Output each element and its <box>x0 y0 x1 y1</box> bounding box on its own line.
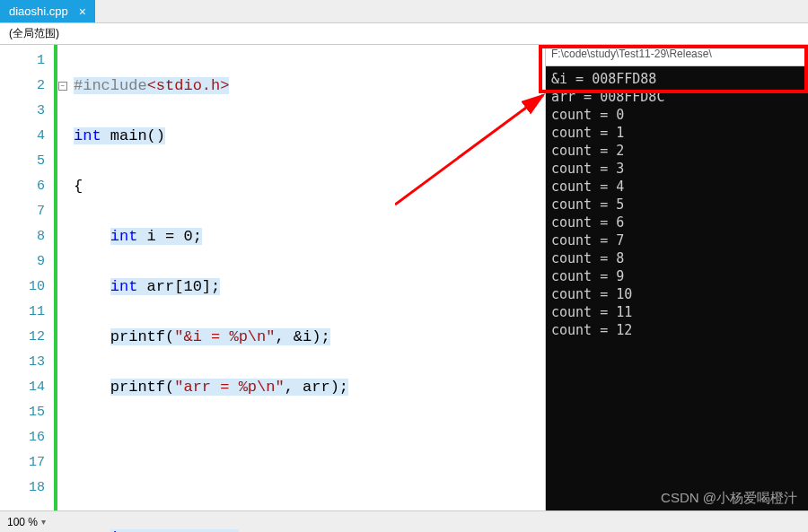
console-line: count = 9 <box>551 267 803 285</box>
console-line: count = 6 <box>551 214 803 231</box>
line-number: 10 <box>0 275 45 300</box>
code-line: int arr[10]; <box>74 275 545 300</box>
console-line: count = 11 <box>551 303 803 321</box>
code-line: int count = 0; <box>74 526 545 532</box>
code-line: { <box>74 174 545 199</box>
console-panel: F:\code\study\Test11-29\Release\ &i = 00… <box>546 45 808 510</box>
console-line: count = 4 <box>551 178 803 196</box>
close-icon[interactable]: × <box>79 4 86 19</box>
line-number: 1 <box>0 48 45 74</box>
line-number: 5 <box>0 149 45 174</box>
code-line: printf("arr = %p\n", arr); <box>74 375 545 400</box>
line-number: 16 <box>0 425 45 450</box>
line-number: 11 <box>0 300 45 325</box>
main-area: 1 2 3 4 5 6 7 8 9 10 11 12 13 14 15 16 1… <box>0 45 808 510</box>
tab-filename: diaoshi.cpp <box>9 4 68 18</box>
line-number: 18 <box>0 475 45 501</box>
code-line: #include<stdio.h> <box>74 74 545 99</box>
file-tab[interactable]: diaoshi.cpp × <box>0 0 95 22</box>
code-editor[interactable]: 1 2 3 4 5 6 7 8 9 10 11 12 13 14 15 16 1… <box>0 45 546 510</box>
line-number: 6 <box>0 174 45 199</box>
console-line: count = 8 <box>551 249 803 267</box>
line-number: 14 <box>0 375 45 400</box>
line-number: 8 <box>0 224 45 249</box>
console-output[interactable]: &i = 008FFD88 arr = 008FFD8C count = 0 c… <box>546 66 808 510</box>
console-line: count = 3 <box>551 160 803 178</box>
code-line <box>74 425 545 450</box>
console-line: count = 7 <box>551 231 803 249</box>
line-number: 13 <box>0 350 45 375</box>
console-line: count = 12 <box>551 321 803 339</box>
code-area[interactable]: #include<stdio.h> int main() { int i = 0… <box>70 45 545 510</box>
line-number: 12 <box>0 325 45 350</box>
console-line: count = 2 <box>551 142 803 160</box>
console-line: count = 5 <box>551 196 803 214</box>
line-number: 17 <box>0 450 45 475</box>
line-number: 9 <box>0 249 45 275</box>
scope-label: (全局范围) <box>9 27 59 39</box>
line-number-gutter: 1 2 3 4 5 6 7 8 9 10 11 12 13 14 15 16 1… <box>0 45 54 510</box>
console-line: count = 1 <box>551 124 803 142</box>
line-number: 2 <box>0 74 45 99</box>
scope-dropdown[interactable]: (全局范围) <box>0 23 808 45</box>
console-line: count = 0 <box>551 106 803 124</box>
console-line: &i = 008FFD88 <box>551 70 803 88</box>
fold-toggle-icon[interactable]: − <box>58 82 67 91</box>
code-line: printf("&i = %p\n", &i); <box>74 325 545 350</box>
line-number: 15 <box>0 400 45 425</box>
line-number: 4 <box>0 124 45 149</box>
tab-bar: diaoshi.cpp × <box>0 0 808 23</box>
code-line: int i = 0; <box>74 224 545 249</box>
watermark: CSDN @小杨爱喝橙汁 <box>661 490 797 507</box>
fold-column: − <box>57 45 70 510</box>
code-line <box>74 475 545 501</box>
line-number: 7 <box>0 199 45 224</box>
console-line: count = 10 <box>551 285 803 303</box>
chevron-down-icon[interactable]: ▾ <box>41 517 46 527</box>
code-line: int main() <box>74 124 545 149</box>
console-line: arr = 008FFD8C <box>551 88 803 106</box>
console-title: F:\code\study\Test11-29\Release\ <box>546 45 808 66</box>
line-number: 3 <box>0 99 45 124</box>
console-path: F:\code\study\Test11-29\Release\ <box>551 48 712 60</box>
zoom-level[interactable]: 100 % <box>7 516 38 528</box>
